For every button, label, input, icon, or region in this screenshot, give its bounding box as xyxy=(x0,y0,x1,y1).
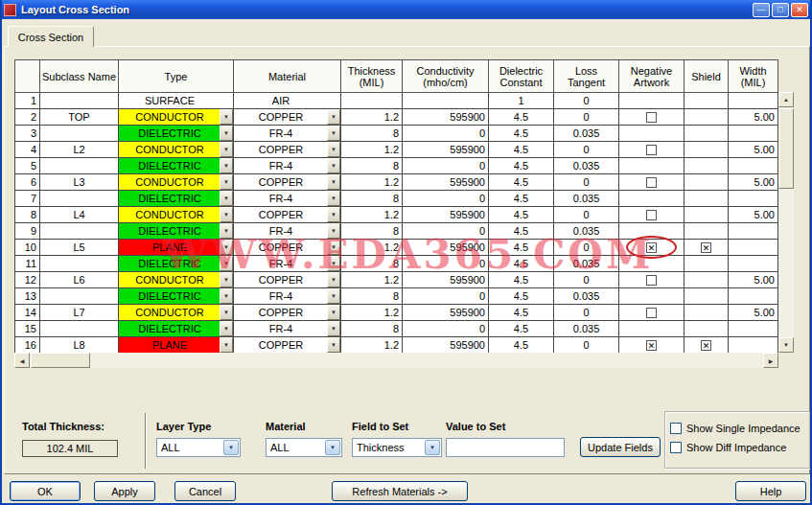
width-cell[interactable] xyxy=(729,126,778,142)
material-dropdown-button[interactable]: ▼ xyxy=(327,337,340,353)
dielectric-constant-cell[interactable]: 4.5 xyxy=(489,305,554,321)
dielectric-constant-cell[interactable]: 4.5 xyxy=(489,272,554,288)
dielectric-constant-cell[interactable]: 4.5 xyxy=(489,109,554,126)
thickness-cell[interactable]: 1.2 xyxy=(341,272,403,288)
update-fields-button[interactable]: Update Fields xyxy=(580,437,661,457)
conductivity-cell[interactable]: 0 xyxy=(403,158,489,174)
material-dropdown-button[interactable]: ▼ xyxy=(327,256,340,271)
apply-button[interactable]: Apply xyxy=(94,481,155,501)
minimize-button[interactable]: — xyxy=(753,3,770,17)
dielectric-constant-cell[interactable]: 4.5 xyxy=(489,321,554,337)
thickness-cell[interactable]: 8 xyxy=(341,321,403,337)
negative-artwork-checkbox[interactable] xyxy=(646,145,657,155)
shield-checkbox[interactable]: ✕ xyxy=(701,242,711,253)
dielectric-constant-cell[interactable]: 4.5 xyxy=(489,288,554,305)
loss-tangent-cell[interactable]: 0 xyxy=(554,272,619,288)
loss-tangent-cell[interactable]: 0 xyxy=(554,174,619,191)
width-cell[interactable]: 5.00 xyxy=(729,109,778,126)
width-cell[interactable] xyxy=(729,93,778,109)
thickness-cell[interactable]: 8 xyxy=(341,223,403,240)
dielectric-constant-cell[interactable]: 4.5 xyxy=(489,240,554,256)
conductivity-cell[interactable]: 595900 xyxy=(403,337,489,354)
width-cell[interactable] xyxy=(729,256,778,272)
scroll-left-button[interactable]: ◀ xyxy=(14,353,30,368)
show-single-impedance-checkbox[interactable] xyxy=(670,423,682,434)
thickness-cell[interactable]: 8 xyxy=(341,256,403,272)
maximize-button[interactable]: □ xyxy=(772,3,789,17)
type-dropdown-button[interactable]: ▼ xyxy=(220,272,233,287)
loss-tangent-cell[interactable]: 0 xyxy=(554,142,619,158)
width-cell[interactable]: 5.00 xyxy=(729,207,778,223)
material-dropdown-button[interactable]: ▼ xyxy=(327,207,340,222)
width-cell[interactable]: 5.00 xyxy=(729,272,778,288)
thickness-cell[interactable]: 1.2 xyxy=(341,207,403,223)
value-to-set-input[interactable] xyxy=(446,438,565,457)
material-dropdown-button[interactable]: ▼ xyxy=(327,305,340,320)
width-cell[interactable]: 5.00 xyxy=(729,142,778,158)
loss-tangent-cell[interactable]: 0.035 xyxy=(554,288,619,305)
type-dropdown-button[interactable]: ▼ xyxy=(220,256,233,271)
loss-tangent-cell[interactable]: 0 xyxy=(554,207,619,223)
conductivity-cell[interactable]: 595900 xyxy=(403,207,489,223)
conductivity-cell[interactable]: 0 xyxy=(403,191,489,207)
vertical-scroll-thumb[interactable] xyxy=(778,108,794,189)
scroll-up-button[interactable]: ▲ xyxy=(778,92,794,107)
material-dropdown-button[interactable]: ▼ xyxy=(327,174,340,190)
thickness-cell[interactable]: 8 xyxy=(341,288,403,305)
negative-artwork-checkbox[interactable] xyxy=(646,177,657,188)
ok-button[interactable]: OK xyxy=(10,481,81,501)
type-dropdown-button[interactable]: ▼ xyxy=(220,305,233,320)
material-dropdown-button[interactable]: ▼ xyxy=(327,272,340,287)
negative-artwork-checkbox[interactable] xyxy=(646,308,657,318)
material-dropdown-button[interactable]: ▼ xyxy=(327,288,340,304)
conductivity-cell[interactable]: 595900 xyxy=(403,240,489,256)
thickness-cell[interactable]: 1.2 xyxy=(341,109,403,126)
type-dropdown-button[interactable]: ▼ xyxy=(220,126,233,141)
loss-tangent-cell[interactable]: 0 xyxy=(554,93,619,109)
dielectric-constant-cell[interactable]: 4.5 xyxy=(489,223,554,240)
type-dropdown-button[interactable]: ▼ xyxy=(220,223,233,239)
dielectric-constant-cell[interactable]: 4.5 xyxy=(489,191,554,207)
conductivity-cell[interactable]: 0 xyxy=(403,288,489,305)
width-cell[interactable] xyxy=(729,191,778,207)
loss-tangent-cell[interactable]: 0.035 xyxy=(554,223,619,240)
conductivity-cell[interactable] xyxy=(403,93,489,109)
conductivity-cell[interactable]: 595900 xyxy=(403,305,489,321)
negative-artwork-checkbox[interactable]: ✕ xyxy=(646,242,657,253)
thickness-cell[interactable]: 1.2 xyxy=(341,240,403,256)
loss-tangent-cell[interactable]: 0.035 xyxy=(554,191,619,207)
negative-artwork-checkbox[interactable] xyxy=(646,112,657,123)
thickness-cell[interactable]: 1.2 xyxy=(341,174,403,191)
layer-type-combo[interactable]: ALL ▼ xyxy=(156,438,241,457)
thickness-cell[interactable]: 8 xyxy=(341,126,403,142)
dielectric-constant-cell[interactable]: 4.5 xyxy=(489,337,554,354)
thickness-cell[interactable]: 8 xyxy=(341,158,403,174)
conductivity-cell[interactable]: 595900 xyxy=(403,272,489,288)
width-cell[interactable]: 5.00 xyxy=(729,174,778,191)
material-dropdown-button[interactable]: ▼ xyxy=(327,158,340,173)
show-single-impedance-row[interactable]: Show Single Impedance xyxy=(670,419,804,438)
material-dropdown-button[interactable]: ▼ xyxy=(327,109,340,125)
material-dropdown-button[interactable]: ▼ xyxy=(327,126,340,141)
conductivity-cell[interactable]: 0 xyxy=(403,223,489,240)
negative-artwork-checkbox[interactable]: ✕ xyxy=(646,340,657,351)
thickness-cell[interactable] xyxy=(341,93,403,109)
conductivity-cell[interactable]: 0 xyxy=(403,321,489,337)
type-dropdown-button[interactable]: ▼ xyxy=(220,240,233,255)
loss-tangent-cell[interactable]: 0.035 xyxy=(554,256,619,272)
thickness-cell[interactable]: 1.2 xyxy=(341,142,403,158)
negative-artwork-checkbox[interactable] xyxy=(646,275,657,286)
dielectric-constant-cell[interactable]: 4.5 xyxy=(489,256,554,272)
help-button[interactable]: Help xyxy=(735,481,806,501)
conductivity-cell[interactable]: 0 xyxy=(403,256,489,272)
field-to-set-combo[interactable]: Thickness ▼ xyxy=(352,438,442,457)
show-diff-impedance-checkbox[interactable] xyxy=(670,442,682,453)
loss-tangent-cell[interactable]: 0.035 xyxy=(554,321,619,337)
type-dropdown-button[interactable]: ▼ xyxy=(220,337,233,353)
thickness-cell[interactable]: 1.2 xyxy=(341,305,403,321)
vertical-scrollbar[interactable]: ▲ ▼ xyxy=(778,92,794,353)
width-cell[interactable] xyxy=(729,337,778,354)
width-cell[interactable] xyxy=(729,223,778,240)
close-button[interactable]: ✕ xyxy=(791,3,808,17)
loss-tangent-cell[interactable]: 0 xyxy=(554,240,619,256)
